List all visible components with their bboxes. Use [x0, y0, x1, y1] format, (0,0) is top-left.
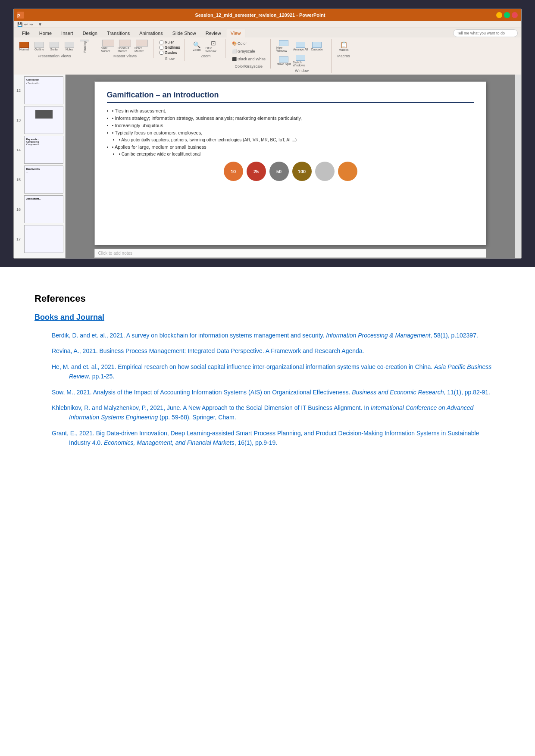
title-bar: P Session_12_mid_semester_revision_12092…	[14, 9, 521, 21]
ribbon-group-zoom: 🔍 Zoom ⊡ Fit to Window Zoom	[190, 39, 225, 58]
slide-thumbnail-17[interactable]: 17 ...	[24, 225, 63, 253]
badge-50: 50	[269, 162, 289, 181]
ribbon-group-window: New Window Arrange All Cascade Move Spli…	[276, 39, 332, 73]
ref-3-suffix: , pp.1-25.	[89, 373, 114, 380]
slide-thumbnail-14[interactable]: 14 Key words... Component 1 Component 2	[24, 136, 63, 164]
ref-item-4: Sow, M., 2021. Analysis of the Impact of…	[34, 387, 501, 397]
ref-6-suffix: , 16(1), pp.9-19.	[235, 439, 278, 446]
tab-transitions[interactable]: Transitions	[102, 29, 135, 37]
tab-view[interactable]: View	[226, 29, 246, 37]
presentation-views-label: Presentation Views	[38, 54, 71, 58]
slide-thumbnail-13[interactable]: 13	[24, 106, 63, 134]
ribbon-tabs: File Home Insert Design Transitions Anim…	[14, 28, 521, 37]
btn-notes-page[interactable]: Notes	[63, 39, 76, 53]
ref-6-italic: Economics, Management, and Financial Mar…	[104, 439, 235, 446]
ref-4-italic: Business and Economic Research	[352, 389, 444, 396]
right-scrollbar[interactable]	[515, 75, 521, 259]
slide-content-area: Gamification – an introduction • Ties in…	[66, 75, 515, 259]
color-label: Color/Grayscale	[235, 64, 263, 69]
tab-design[interactable]: Design	[78, 29, 102, 37]
ribbon-group-master-views: Slide Master Handout Master Notes Master…	[100, 39, 153, 58]
btn-move-split[interactable]: Move Split	[276, 54, 291, 68]
ref-item-3: He, M. and et. al., 2021. Empirical rese…	[34, 362, 501, 381]
ref-4-text: Sow, M., 2021. Analysis of the Impact of…	[52, 389, 352, 396]
btn-fit-to-window[interactable]: ⊡ Fit to Window	[205, 39, 222, 53]
tell-me-input[interactable]	[453, 29, 518, 37]
btn-notes-master[interactable]: Notes Master	[134, 39, 150, 53]
macros-label: Macros	[337, 54, 350, 58]
badges-row: 10 25 50 100	[107, 162, 474, 181]
ribbon-content: Normal Outline Sorter Notes	[14, 37, 521, 75]
btn-normal[interactable]: Normal	[17, 39, 31, 53]
slide-bullet-3: • Increasingly ubiquitous	[107, 123, 474, 128]
btn-outline[interactable]: Outline	[32, 39, 46, 53]
window-label: Window	[295, 69, 309, 73]
btn-arrange-all[interactable]: Arrange All	[292, 39, 309, 53]
ref-3-text: He, M. and et. al., 2021. Empirical rese…	[52, 363, 434, 370]
ribbon-group-color: 🎨 Color ⬜ Grayscale ⬛ Black and White Co…	[231, 39, 271, 69]
badge-extra1	[315, 162, 335, 181]
btn-grayscale[interactable]: ⬜ Grayscale	[232, 48, 266, 55]
slide-thumbnail-15[interactable]: 15 Read Activity ...	[24, 166, 63, 194]
tab-home[interactable]: Home	[34, 29, 56, 37]
ppt-icon: P	[17, 12, 24, 19]
slide-bullet-2: • Informs strategy; information strategy…	[107, 116, 474, 121]
tab-animations[interactable]: Animations	[135, 29, 167, 37]
tab-slideshow[interactable]: Slide Show	[168, 29, 201, 37]
badge-25: 25	[247, 162, 266, 181]
slide-bullet-1: • Ties in with assessment,	[107, 108, 474, 113]
notes-bar[interactable]: Click to add notes	[94, 249, 487, 258]
slide-bullet-4: • Typically focus on customers, employee…	[107, 130, 474, 135]
btn-reading-view[interactable]: Reading	[78, 39, 91, 53]
slide-thumbnail-12[interactable]: 12 Gamification • Ties in with...	[24, 76, 63, 104]
ref-item-5: Khlebnikov, R. and Malyzhenkov, P., 2021…	[34, 403, 501, 422]
powerpoint-window: P Session_12_mid_semester_revision_12092…	[13, 9, 522, 259]
ref-item-1: Berdik, D. and et. al., 2021. A survey o…	[34, 331, 501, 340]
btn-slide-master[interactable]: Slide Master	[100, 39, 116, 53]
badge-10: 10	[224, 162, 243, 181]
slide-thumbnail-16[interactable]: 16 Assessment...	[24, 195, 63, 223]
ref-1-text: Berdik, D. and et. al., 2021. A survey o…	[52, 332, 326, 339]
btn-switch-windows[interactable]: Switch Windows	[292, 54, 309, 68]
books-journals-heading: Books and Journal	[34, 313, 501, 322]
quick-access-toolbar: 💾 ↩ ↪ ▼	[14, 21, 521, 28]
ref-5-suffix: (pp. 59-68). Springer, Cham.	[158, 414, 236, 421]
current-slide: Gamification – an introduction • Ties in…	[94, 81, 487, 245]
btn-macros[interactable]: 📋 Macros	[337, 39, 350, 53]
btn-cascade[interactable]: Cascade	[310, 39, 324, 53]
btn-new-window[interactable]: New Window	[276, 39, 291, 53]
badge-extra2	[338, 162, 357, 181]
show-label: Show	[165, 56, 175, 61]
guides-checkbox[interactable]	[160, 51, 163, 55]
ref-item-6: Grant, E., 2021. Big Data-driven Innovat…	[34, 428, 501, 448]
gridlines-checkbox[interactable]	[160, 46, 163, 50]
ref-5-text: Khlebnikov, R. and Malyzhenkov, P., 2021…	[52, 404, 371, 411]
screenshot-container: P Session_12_mid_semester_revision_12092…	[0, 0, 535, 267]
ref-item-2: Revina, A., 2021. Business Process Manag…	[34, 346, 501, 356]
ruler-checkbox[interactable]	[160, 41, 163, 44]
ref-2-text: Revina, A., 2021. Business Process Manag…	[52, 347, 364, 354]
zoom-label: Zoom	[201, 54, 211, 58]
notes-placeholder: Click to add notes	[98, 251, 133, 256]
references-title: References	[34, 293, 501, 304]
btn-color[interactable]: 🎨 Color	[232, 40, 266, 47]
slide-title: Gamification – an introduction	[107, 91, 474, 103]
window-title: Session_12_mid_semester_revision_120921 …	[27, 12, 494, 18]
ref-1-italic: Information Processing & Management	[326, 332, 430, 339]
btn-zoom[interactable]: 🔍 Zoom	[190, 39, 204, 53]
slide-bullet-5a: • Can be enterprise wide or local/functi…	[107, 152, 474, 156]
slide-bullet-4a: • Also potentially suppliers, partners, …	[107, 137, 474, 142]
slide-bullet-5: • Applies for large, medium or small bus…	[107, 144, 474, 150]
tab-review[interactable]: Review	[201, 29, 226, 37]
ribbon-group-show: Ruler Gridlines Guides Show	[159, 39, 185, 61]
ribbon-group-macros: 📋 Macros Macros	[337, 39, 354, 58]
tab-file[interactable]: File	[17, 29, 34, 37]
badge-100: 100	[292, 162, 312, 181]
btn-slide-sorter[interactable]: Sorter	[47, 39, 61, 53]
btn-handout-master[interactable]: Handout Master	[117, 39, 133, 53]
ref-4-suffix: , 11(1), pp.82-91.	[444, 389, 490, 396]
tab-insert[interactable]: Insert	[56, 29, 78, 37]
master-views-label: Master Views	[113, 54, 137, 58]
ribbon-group-presentation-views: Normal Outline Sorter Notes	[17, 39, 95, 58]
btn-black-white[interactable]: ⬛ Black and White	[232, 56, 266, 62]
